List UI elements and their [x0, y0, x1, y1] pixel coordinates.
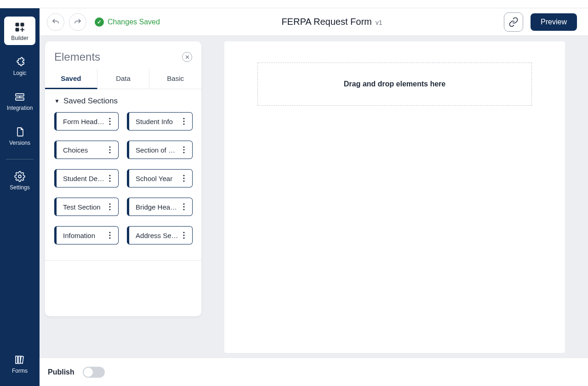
dropzone[interactable]: Drag and drop elements here: [257, 62, 532, 106]
svg-point-8: [109, 118, 110, 119]
svg-point-24: [183, 177, 184, 179]
svg-point-33: [109, 234, 110, 236]
svg-point-15: [109, 149, 110, 150]
svg-point-25: [183, 180, 184, 182]
svg-point-35: [183, 232, 184, 233]
sidebar-divider: [6, 159, 34, 159]
card-menu-button[interactable]: [178, 144, 189, 155]
svg-point-11: [183, 118, 184, 119]
status-text: Changes Saved: [108, 18, 160, 26]
svg-point-13: [183, 123, 184, 125]
saved-card[interactable]: Address Se…: [127, 226, 193, 244]
card-menu-button[interactable]: [178, 230, 189, 241]
svg-point-20: [109, 175, 110, 176]
elements-panel: Elements ✕ Saved Data Basic ▼ Saved Sect…: [45, 41, 201, 316]
card-menu-button[interactable]: [178, 201, 189, 212]
svg-rect-0: [16, 23, 19, 26]
saved-sections-toggle[interactable]: ▼ Saved Sections: [54, 96, 192, 106]
tab-basic[interactable]: Basic: [149, 69, 201, 89]
card-label: Infomation: [63, 232, 104, 239]
card-label: Form Head…: [63, 118, 104, 125]
saved-card[interactable]: Section of …: [127, 141, 193, 159]
saved-sections-grid: Form Head… Student Info Choices Section …: [54, 112, 192, 244]
svg-point-19: [183, 152, 184, 153]
card-menu-button[interactable]: [104, 144, 115, 155]
sidebar-item-builder[interactable]: Builder: [4, 17, 35, 45]
tab-data[interactable]: Data: [97, 69, 150, 89]
sidebar-label: Integration: [7, 105, 33, 111]
saved-card[interactable]: Bridge Hea…: [127, 198, 193, 216]
card-menu-button[interactable]: [178, 116, 189, 127]
form-version: v1: [376, 19, 382, 26]
top-strip: [0, 0, 588, 8]
preview-button[interactable]: Preview: [531, 13, 577, 31]
card-label: Address Se…: [136, 232, 178, 239]
card-label: Test Section: [63, 203, 104, 211]
publish-toggle[interactable]: [83, 367, 105, 378]
redo-button[interactable]: [69, 13, 86, 31]
sidebar-item-integration[interactable]: Integration: [4, 86, 35, 115]
svg-rect-4: [16, 98, 24, 100]
sidebar-item-settings[interactable]: Settings: [4, 166, 35, 194]
integration-icon: [13, 91, 26, 103]
document-icon: [13, 126, 26, 138]
card-menu-button[interactable]: [104, 230, 115, 241]
close-icon: ✕: [185, 54, 190, 60]
svg-rect-2: [16, 28, 19, 31]
svg-rect-6: [16, 356, 17, 363]
publish-label: Publish: [48, 368, 74, 376]
puzzle-icon: [13, 56, 26, 68]
builder-icon: [13, 21, 26, 33]
saved-card[interactable]: Test Section: [54, 198, 119, 216]
svg-point-32: [109, 232, 110, 233]
svg-point-37: [183, 237, 184, 238]
sidebar-label: Settings: [10, 184, 29, 191]
close-panel-button[interactable]: ✕: [182, 52, 192, 62]
sidebar-label: Versions: [9, 140, 30, 146]
svg-point-29: [183, 203, 184, 204]
card-label: Bridge Hea…: [136, 203, 178, 211]
header: ✓ Changes Saved FERPA Request Form v1 Pr…: [40, 8, 588, 36]
footer: Publish: [40, 358, 588, 386]
panel-divider: [45, 260, 201, 261]
undo-button[interactable]: [47, 13, 64, 31]
saved-card[interactable]: Choices: [54, 141, 119, 159]
card-menu-button[interactable]: [104, 201, 115, 212]
sidebar-item-forms[interactable]: Forms: [4, 349, 35, 378]
svg-point-17: [183, 146, 184, 148]
card-label: Student Info: [136, 118, 178, 125]
card-label: Student De…: [63, 175, 104, 182]
svg-point-14: [109, 146, 110, 148]
card-menu-button[interactable]: [104, 173, 115, 184]
svg-point-12: [183, 120, 184, 122]
svg-point-36: [183, 234, 184, 236]
svg-point-16: [109, 152, 110, 153]
copy-link-button[interactable]: [504, 12, 523, 32]
svg-point-34: [109, 237, 110, 238]
svg-point-26: [109, 203, 110, 204]
panel-tabs: Saved Data Basic: [45, 69, 201, 89]
form-title: FERPA Request Form: [281, 17, 371, 27]
svg-point-21: [109, 177, 110, 179]
svg-point-28: [109, 209, 110, 210]
saved-card[interactable]: School Year: [127, 169, 193, 187]
card-label: Choices: [63, 146, 104, 154]
tab-saved[interactable]: Saved: [45, 69, 97, 89]
saved-card[interactable]: Student Info: [127, 112, 193, 131]
save-status: ✓ Changes Saved: [95, 17, 160, 27]
saved-card[interactable]: Student De…: [54, 169, 119, 187]
sidebar: Builder Logic Integration Versions Setti…: [0, 8, 40, 386]
panel-title: Elements: [54, 51, 100, 63]
sidebar-item-versions[interactable]: Versions: [4, 121, 35, 150]
svg-point-23: [183, 175, 184, 176]
caret-down-icon: ▼: [54, 98, 60, 104]
svg-point-10: [109, 123, 110, 125]
saved-card[interactable]: Infomation: [54, 226, 119, 244]
card-label: School Year: [136, 175, 178, 182]
card-menu-button[interactable]: [104, 116, 115, 127]
svg-point-18: [183, 149, 184, 150]
saved-card[interactable]: Form Head…: [54, 112, 119, 131]
main-area: Elements ✕ Saved Data Basic ▼ Saved Sect…: [40, 36, 588, 358]
card-menu-button[interactable]: [178, 173, 189, 184]
sidebar-item-logic[interactable]: Logic: [4, 51, 35, 80]
